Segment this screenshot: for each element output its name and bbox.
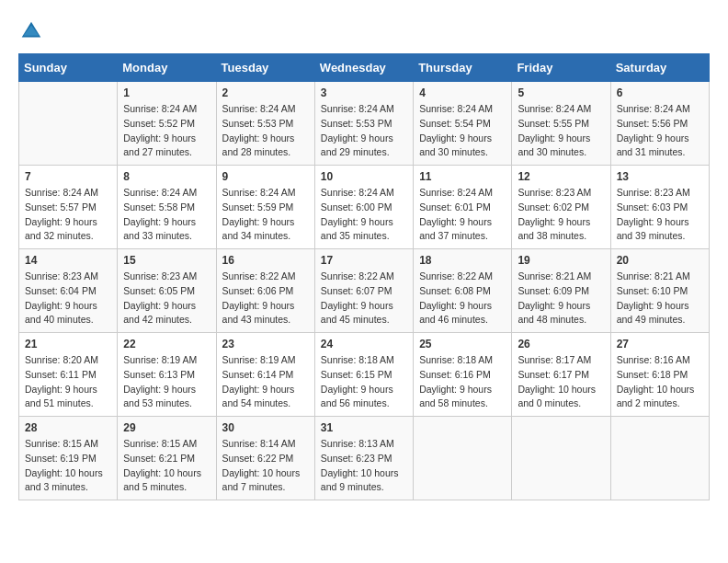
daylight-text: Daylight: 9 hours and 35 minutes. [321, 216, 393, 242]
daylight-text: Daylight: 10 hours and 5 minutes. [123, 467, 201, 493]
sunrise-text: Sunrise: 8:24 AM [222, 187, 296, 198]
calendar-week-3: 14 Sunrise: 8:23 AM Sunset: 6:04 PM Dayl… [19, 249, 710, 333]
day-number: 25 [419, 338, 506, 350]
weekday-header-sunday: Sunday [19, 54, 118, 82]
daylight-text: Daylight: 9 hours and 37 minutes. [419, 216, 492, 242]
calendar-week-2: 7 Sunrise: 8:24 AM Sunset: 5:57 PM Dayli… [19, 166, 710, 249]
sunrise-text: Sunrise: 8:19 AM [222, 354, 296, 365]
sunset-text: Sunset: 6:05 PM [123, 285, 195, 296]
sunset-text: Sunset: 6:23 PM [321, 453, 392, 464]
day-info: Sunrise: 8:17 AM Sunset: 6:17 PM Dayligh… [518, 353, 604, 411]
sunset-text: Sunset: 5:56 PM [617, 118, 688, 129]
sunrise-text: Sunrise: 8:24 AM [518, 103, 591, 114]
daylight-text: Daylight: 9 hours and 45 minutes. [321, 300, 393, 326]
day-info: Sunrise: 8:18 AM Sunset: 6:15 PM Dayligh… [321, 353, 407, 411]
sunrise-text: Sunrise: 8:24 AM [25, 187, 98, 198]
daylight-text: Daylight: 9 hours and 49 minutes. [617, 300, 689, 326]
calendar-cell: 17 Sunrise: 8:22 AM Sunset: 6:07 PM Dayl… [314, 249, 413, 333]
day-info: Sunrise: 8:24 AM Sunset: 5:53 PM Dayligh… [222, 102, 309, 160]
sunrise-text: Sunrise: 8:23 AM [617, 187, 690, 198]
day-info: Sunrise: 8:19 AM Sunset: 6:13 PM Dayligh… [123, 353, 210, 411]
day-info: Sunrise: 8:22 AM Sunset: 6:07 PM Dayligh… [321, 270, 407, 327]
sunrise-text: Sunrise: 8:24 AM [617, 103, 690, 114]
day-number: 6 [617, 86, 703, 99]
day-info: Sunrise: 8:23 AM Sunset: 6:05 PM Dayligh… [123, 270, 210, 327]
weekday-header-monday: Monday [118, 54, 216, 82]
day-number: 10 [321, 170, 407, 183]
sunset-text: Sunset: 6:03 PM [617, 201, 688, 213]
sunset-text: Sunset: 6:21 PM [123, 453, 195, 464]
day-number: 13 [617, 170, 703, 183]
calendar-cell: 9 Sunrise: 8:24 AM Sunset: 5:59 PM Dayli… [216, 166, 314, 249]
sunset-text: Sunset: 5:53 PM [321, 118, 392, 129]
daylight-text: Daylight: 9 hours and 27 minutes. [123, 132, 196, 158]
sunrise-text: Sunrise: 8:24 AM [123, 103, 197, 114]
sunset-text: Sunset: 5:53 PM [222, 118, 294, 129]
sunrise-text: Sunrise: 8:18 AM [321, 354, 394, 365]
day-number: 15 [123, 254, 210, 267]
sunset-text: Sunset: 6:13 PM [123, 369, 195, 380]
day-number: 4 [419, 86, 506, 99]
day-number: 21 [25, 338, 111, 350]
calendar-cell: 15 Sunrise: 8:23 AM Sunset: 6:05 PM Dayl… [118, 249, 216, 333]
sunrise-text: Sunrise: 8:19 AM [123, 354, 197, 365]
sunrise-text: Sunrise: 8:23 AM [123, 270, 197, 282]
day-info: Sunrise: 8:14 AM Sunset: 6:22 PM Dayligh… [222, 437, 309, 495]
sunset-text: Sunset: 5:57 PM [25, 201, 97, 213]
day-number: 17 [321, 254, 407, 267]
day-info: Sunrise: 8:24 AM Sunset: 5:56 PM Dayligh… [617, 102, 703, 160]
day-info: Sunrise: 8:16 AM Sunset: 6:18 PM Dayligh… [617, 353, 703, 411]
day-info: Sunrise: 8:24 AM Sunset: 5:57 PM Dayligh… [25, 186, 111, 244]
sunrise-text: Sunrise: 8:22 AM [321, 270, 394, 282]
calendar-week-5: 28 Sunrise: 8:15 AM Sunset: 6:19 PM Dayl… [19, 417, 710, 500]
weekday-row: SundayMondayTuesdayWednesdayThursdayFrid… [19, 54, 710, 82]
day-info: Sunrise: 8:15 AM Sunset: 6:21 PM Dayligh… [123, 437, 210, 495]
sunrise-text: Sunrise: 8:24 AM [123, 187, 197, 198]
weekday-header-saturday: Saturday [610, 54, 709, 82]
daylight-text: Daylight: 9 hours and 53 minutes. [123, 384, 196, 409]
daylight-text: Daylight: 9 hours and 42 minutes. [123, 300, 196, 326]
sunrise-text: Sunrise: 8:15 AM [25, 438, 98, 449]
calendar-cell [414, 417, 512, 500]
sunrise-text: Sunrise: 8:24 AM [321, 187, 394, 198]
day-info: Sunrise: 8:21 AM Sunset: 6:10 PM Dayligh… [617, 270, 703, 327]
day-number: 7 [25, 170, 111, 183]
calendar-cell: 7 Sunrise: 8:24 AM Sunset: 5:57 PM Dayli… [19, 166, 118, 249]
day-number: 2 [222, 86, 309, 99]
page-header [18, 18, 710, 44]
day-info: Sunrise: 8:22 AM Sunset: 6:08 PM Dayligh… [419, 270, 506, 327]
sunrise-text: Sunrise: 8:23 AM [518, 187, 591, 198]
sunrise-text: Sunrise: 8:24 AM [419, 187, 493, 198]
day-info: Sunrise: 8:23 AM Sunset: 6:03 PM Dayligh… [617, 186, 703, 244]
sunset-text: Sunset: 6:17 PM [518, 369, 589, 380]
sunset-text: Sunset: 6:07 PM [321, 285, 392, 296]
sunset-text: Sunset: 5:52 PM [123, 118, 195, 129]
calendar-cell: 26 Sunrise: 8:17 AM Sunset: 6:17 PM Dayl… [512, 333, 610, 417]
sunset-text: Sunset: 6:15 PM [321, 369, 392, 380]
daylight-text: Daylight: 9 hours and 38 minutes. [518, 216, 590, 242]
day-number: 8 [123, 170, 210, 183]
sunrise-text: Sunrise: 8:24 AM [222, 103, 296, 114]
sunrise-text: Sunrise: 8:13 AM [321, 438, 394, 449]
calendar-cell: 23 Sunrise: 8:19 AM Sunset: 6:14 PM Dayl… [216, 333, 314, 417]
sunrise-text: Sunrise: 8:22 AM [222, 270, 296, 282]
sunset-text: Sunset: 6:16 PM [419, 369, 491, 380]
calendar-week-4: 21 Sunrise: 8:20 AM Sunset: 6:11 PM Dayl… [19, 333, 710, 417]
day-number: 29 [123, 421, 210, 434]
sunset-text: Sunset: 5:58 PM [123, 201, 195, 213]
sunrise-text: Sunrise: 8:21 AM [617, 270, 690, 282]
day-info: Sunrise: 8:20 AM Sunset: 6:11 PM Dayligh… [25, 353, 111, 411]
day-number: 31 [321, 421, 407, 434]
calendar-cell: 6 Sunrise: 8:24 AM Sunset: 5:56 PM Dayli… [610, 82, 709, 166]
daylight-text: Daylight: 9 hours and 54 minutes. [222, 384, 295, 409]
day-info: Sunrise: 8:13 AM Sunset: 6:23 PM Dayligh… [321, 437, 407, 495]
daylight-text: Daylight: 9 hours and 48 minutes. [518, 300, 590, 326]
sunrise-text: Sunrise: 8:18 AM [419, 354, 493, 365]
daylight-text: Daylight: 10 hours and 9 minutes. [321, 467, 399, 493]
daylight-text: Daylight: 9 hours and 51 minutes. [25, 384, 97, 409]
day-number: 3 [321, 86, 407, 99]
daylight-text: Daylight: 9 hours and 33 minutes. [123, 216, 196, 242]
daylight-text: Daylight: 10 hours and 0 minutes. [518, 384, 596, 409]
calendar-cell: 31 Sunrise: 8:13 AM Sunset: 6:23 PM Dayl… [314, 417, 413, 500]
calendar-table: SundayMondayTuesdayWednesdayThursdayFrid… [18, 53, 710, 500]
